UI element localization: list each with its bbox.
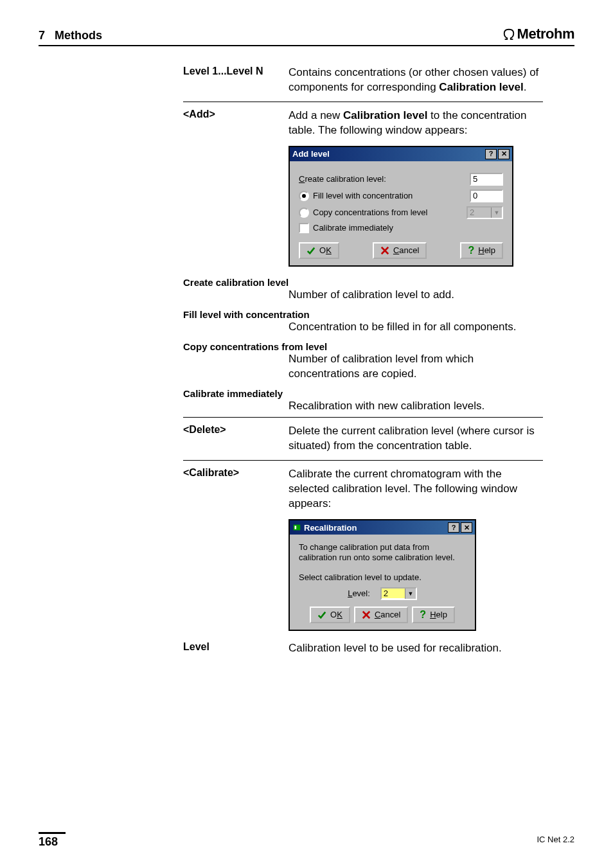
chapter-label: 7 Methods [39,29,102,42]
def-fill-heading: Fill level with concentration [183,309,543,320]
page-footer: 168 IC Net 2.2 [39,832,574,849]
row-level: Level Calibration level to be used for r… [183,639,543,659]
calibrate-immediately-checkbox[interactable]: Calibrate immediately [299,223,393,233]
def-calib-heading: Calibrate immediately [183,388,543,399]
radio-icon [299,191,309,201]
checkbox-icon [299,223,309,233]
dialog-titlebar: Recalibration ? ✕ [290,520,475,535]
cancel-button[interactable]: Cancel [354,607,408,623]
dialog-titlebar: Add level ? ✕ [290,147,512,161]
question-icon: ? [420,610,426,620]
fill-level-radio[interactable]: Fill level with concentration [299,191,413,201]
chapter-number: 7 [39,29,45,42]
chapter-title: Methods [55,29,102,42]
chevron-down-icon: ▼ [405,589,416,599]
ok-button[interactable]: OK [310,607,350,623]
help-button[interactable]: ? Help [412,607,455,623]
row-body: Contains concentrations (or other chosen… [289,66,543,95]
create-level-input[interactable] [470,173,503,186]
x-icon [380,246,389,255]
titlebar-close-button[interactable]: ✕ [461,522,472,533]
ok-button[interactable]: OK [299,242,339,259]
row-label: <Delete> [183,424,289,454]
x-icon [362,610,371,619]
row-body: Add a new Calibration level to the conce… [289,109,543,138]
brand-logo: Metrohm [502,26,574,42]
check-icon [317,610,326,619]
svg-rect-0 [294,525,301,531]
row-add: <Add> Add a new Calibration level to the… [183,106,543,141]
def-copy-heading: Copy concentrations from level [183,341,543,352]
def-calib-body: Recalibration with new calibration level… [289,399,543,414]
row-calibrate: <Calibrate> Calibrate the current chroma… [183,465,543,514]
divider [183,102,543,102]
row-level-range: Level 1...Level N Contains concentration… [183,63,543,98]
create-level-label: Create calibration level: [299,174,386,184]
def-fill-body: Concentration to be filled in for all co… [289,320,543,335]
recal-instruction-2: Select calibration level to update. [299,572,466,582]
recal-level-select[interactable]: 2 ▼ [380,587,417,600]
titlebar-close-button[interactable]: ✕ [498,149,510,159]
chevron-down-icon: ▼ [491,208,502,218]
row-body: Calibration level to be used for recalib… [289,641,543,656]
page-header: 7 Methods Metrohm [39,26,574,46]
app-icon [292,523,301,532]
brand-text: Metrohm [517,26,574,42]
check-icon [306,246,315,255]
copy-level-select[interactable]: 2 ▼ [466,206,503,219]
titlebar-help-button[interactable]: ? [485,149,497,159]
divider [183,460,543,461]
divider [183,417,543,418]
recal-instruction-1: To change calibration put data from cali… [299,542,466,563]
dialog-title: Recalibration [304,523,357,533]
fill-level-input[interactable] [470,190,503,202]
recalibration-dialog: Recalibration ? ✕ To change calibration … [289,519,476,631]
recal-level-label: Level: [348,589,370,598]
row-body: Delete the current calibration level (wh… [289,424,543,454]
def-copy-body: Number of calibration level from which c… [289,352,543,382]
def-create-heading: Create calibration level [183,277,543,288]
dialog-title: Add level [292,149,330,159]
radio-icon [299,208,309,218]
question-icon: ? [468,245,474,256]
copy-level-radio[interactable]: Copy concentrations from level [299,208,427,218]
row-label: Level [183,641,289,656]
page-number: 168 [39,832,66,849]
def-create-body: Number of calibration level to add. [289,288,543,303]
row-body: Calibrate the current chromatogram with … [289,467,543,511]
product-version: IC Net 2.2 [537,835,574,844]
titlebar-help-button[interactable]: ? [448,522,459,533]
cancel-button[interactable]: Cancel [373,242,427,259]
row-label: <Calibrate> [183,467,289,511]
help-button[interactable]: ? Help [460,242,503,259]
row-label: Level 1...Level N [183,66,289,95]
add-level-dialog: Add level ? ✕ Create calibration level: [289,146,513,267]
omega-icon [502,28,516,40]
row-label: <Add> [183,109,289,138]
svg-rect-1 [295,526,297,529]
row-delete: <Delete> Delete the current calibration … [183,421,543,456]
